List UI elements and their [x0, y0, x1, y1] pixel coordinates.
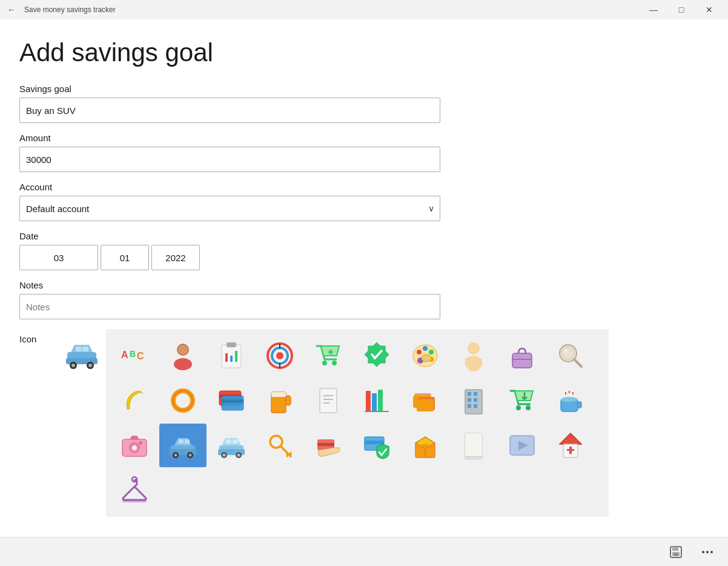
svg-rect-68 — [417, 399, 434, 411]
icon-cell-credit-cards[interactable] — [208, 379, 255, 422]
svg-text:B: B — [130, 349, 136, 359]
svg-rect-137 — [674, 553, 678, 556]
maximize-button[interactable]: □ — [667, 0, 695, 19]
icon-cell-baby[interactable] — [450, 334, 497, 378]
svg-text:+: + — [132, 440, 135, 445]
savings-goal-input[interactable] — [19, 98, 440, 123]
svg-rect-57 — [320, 388, 337, 413]
icon-cell-person[interactable] — [159, 334, 207, 378]
svg-point-14 — [178, 345, 188, 355]
svg-rect-63 — [378, 390, 383, 411]
notes-input[interactable] — [19, 294, 440, 319]
icon-cell-cart-add[interactable] — [305, 334, 352, 378]
svg-rect-19 — [235, 351, 237, 362]
svg-rect-75 — [474, 404, 477, 408]
svg-rect-97 — [179, 439, 184, 444]
icon-cell-card-shield[interactable] — [353, 424, 400, 467]
svg-marker-29 — [365, 342, 389, 367]
icon-cell-coffee[interactable] — [547, 379, 594, 422]
svg-rect-17 — [225, 353, 228, 362]
minimize-button[interactable]: — — [640, 0, 667, 19]
svg-rect-133 — [122, 500, 147, 502]
date-label: Date — [19, 231, 704, 241]
date-year-input[interactable] — [151, 245, 200, 270]
svg-rect-55 — [271, 392, 286, 397]
notes-label: Notes — [19, 280, 704, 290]
icon-cell-folders[interactable] — [402, 379, 449, 422]
icon-cell-clipboard[interactable] — [208, 334, 255, 378]
icon-cell-video[interactable] — [498, 424, 546, 467]
savings-goal-label: Savings goal — [19, 84, 704, 94]
svg-point-138 — [702, 551, 704, 553]
icon-cell-handbag[interactable] — [498, 334, 546, 378]
svg-point-36 — [422, 355, 431, 362]
back-button[interactable]: ← — [5, 2, 18, 17]
svg-rect-70 — [468, 392, 471, 396]
amount-input[interactable] — [19, 147, 440, 172]
svg-rect-42 — [512, 353, 532, 368]
svg-point-41 — [468, 364, 480, 371]
svg-point-88 — [139, 441, 142, 445]
icon-cell-abc[interactable]: A B C — [111, 334, 158, 378]
icon-cell-document[interactable] — [305, 379, 352, 422]
status-bar — [0, 537, 728, 566]
svg-rect-119 — [422, 444, 429, 448]
svg-point-22 — [276, 352, 283, 359]
svg-line-46 — [574, 359, 581, 367]
more-icon — [701, 545, 714, 559]
icon-cell-camera[interactable]: + — [111, 424, 158, 467]
svg-rect-8 — [82, 347, 88, 351]
svg-rect-72 — [468, 398, 471, 402]
title-bar: ← Save money savings tracker — □ ✕ — [0, 0, 728, 19]
svg-point-132 — [132, 477, 137, 482]
icon-cell-bookshelf[interactable] — [353, 379, 400, 422]
window-controls: — □ ✕ — [640, 0, 723, 19]
svg-rect-39 — [465, 358, 469, 367]
icon-cell-bracelet[interactable] — [159, 379, 207, 422]
svg-rect-98 — [185, 439, 190, 444]
icon-cell-car2[interactable] — [208, 424, 255, 467]
icon-cell-building[interactable] — [450, 379, 497, 422]
svg-rect-40 — [478, 358, 482, 367]
icon-cell-car-selected[interactable] — [159, 424, 207, 467]
icon-cell-key[interactable] — [256, 424, 303, 467]
svg-point-80 — [561, 397, 578, 402]
icon-grid-wrapper: A B C — [106, 329, 609, 517]
account-select[interactable]: Default account — [19, 196, 440, 221]
icon-cell-card-hand[interactable] — [305, 424, 352, 467]
svg-point-33 — [429, 350, 434, 355]
icon-cell-box[interactable] — [402, 424, 449, 467]
icon-cell-banana[interactable] — [111, 379, 158, 422]
svg-rect-135 — [672, 547, 678, 551]
svg-rect-62 — [372, 393, 377, 411]
icon-cell-house-cross[interactable] — [547, 424, 594, 467]
svg-point-76 — [516, 405, 521, 410]
svg-text:C: C — [137, 351, 144, 361]
svg-point-103 — [223, 454, 226, 457]
svg-point-37 — [468, 342, 480, 355]
svg-text:A: A — [121, 350, 128, 360]
date-day-input[interactable] — [19, 245, 98, 270]
icon-cell-beer[interactable] — [256, 379, 303, 422]
svg-point-87 — [131, 445, 137, 451]
icon-cell-cart-download[interactable] — [498, 379, 546, 422]
date-fields — [19, 245, 704, 270]
date-month-input[interactable] — [101, 245, 149, 270]
selected-icon-car — [62, 335, 101, 374]
icon-cell-palette[interactable] — [402, 334, 449, 378]
svg-rect-113 — [317, 443, 334, 446]
close-button[interactable]: ✕ — [695, 0, 723, 19]
save-button[interactable] — [663, 541, 689, 563]
more-button[interactable] — [694, 541, 721, 563]
icon-section: Icon A — [19, 329, 704, 517]
svg-rect-131 — [569, 447, 572, 454]
svg-rect-53 — [222, 399, 243, 403]
svg-point-31 — [417, 350, 422, 355]
icon-cell-receipt[interactable] — [450, 424, 497, 467]
icon-cell-target[interactable] — [256, 334, 303, 378]
icon-cell-magnifier[interactable] — [547, 334, 594, 378]
icon-cell-verified[interactable] — [353, 334, 400, 378]
account-label: Account — [19, 182, 704, 192]
icon-cell-hanger[interactable] — [111, 468, 158, 512]
svg-point-47 — [564, 349, 568, 353]
